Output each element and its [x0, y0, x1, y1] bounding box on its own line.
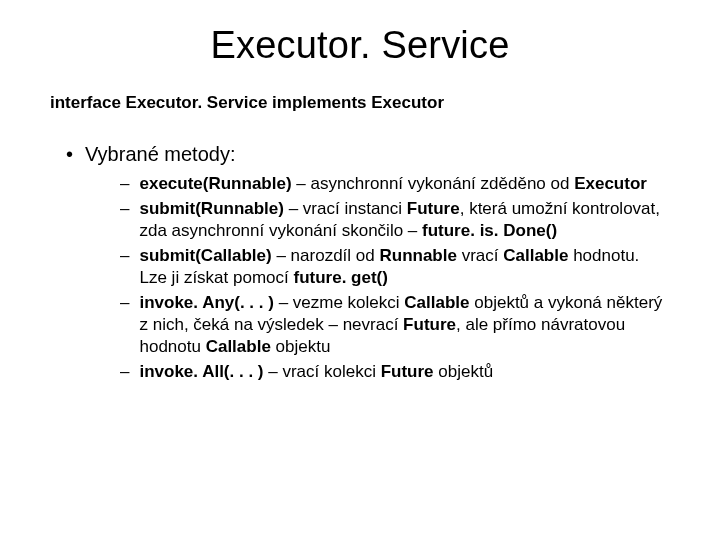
list-item: – invoke. Any(. . . ) – vezme kolekci Ca…	[120, 292, 670, 358]
dash-icon: –	[120, 361, 129, 383]
page-title: Executor. Service	[50, 24, 670, 67]
dash-icon: –	[120, 292, 129, 314]
method-submit-callable: submit(Callable) – narozdíl od Runnable …	[139, 245, 670, 289]
bullet-dot-icon: •	[66, 141, 73, 167]
method-invoke-all: invoke. All(. . . ) – vrací kolekci Futu…	[139, 361, 493, 383]
list-item: – execute(Runnable) – asynchronní vykoná…	[120, 173, 670, 195]
dash-icon: –	[120, 245, 129, 267]
dash-icon: –	[120, 198, 129, 220]
bullet-methods: • Vybrané metody:	[50, 141, 670, 167]
bullet-label: Vybrané metody:	[85, 141, 235, 167]
interface-declaration: interface Executor. Service implements E…	[50, 93, 670, 113]
method-invoke-any: invoke. Any(. . . ) – vezme kolekci Call…	[139, 292, 670, 358]
dash-icon: –	[120, 173, 129, 195]
list-item: – submit(Callable) – narozdíl od Runnabl…	[120, 245, 670, 289]
slide: Executor. Service interface Executor. Se…	[0, 0, 720, 406]
method-execute: execute(Runnable) – asynchronní vykonání…	[139, 173, 646, 195]
method-submit-runnable: submit(Runnable) – vrací instanci Future…	[139, 198, 670, 242]
list-item: – submit(Runnable) – vrací instanci Futu…	[120, 198, 670, 242]
method-list: – execute(Runnable) – asynchronní vykoná…	[50, 173, 670, 383]
list-item: – invoke. All(. . . ) – vrací kolekci Fu…	[120, 361, 670, 383]
